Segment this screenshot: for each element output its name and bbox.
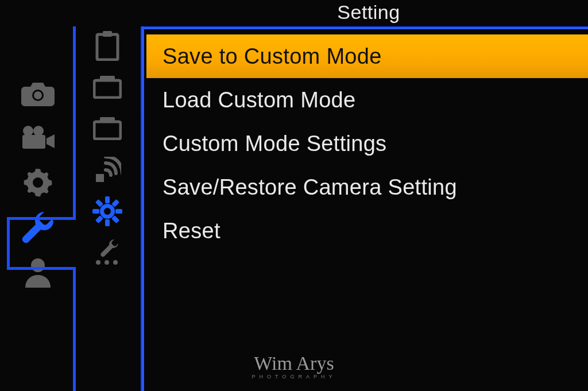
secondary-tab-wrench-sub[interactable]: [92, 238, 122, 268]
svg-point-3: [33, 126, 44, 136]
svg-point-2: [23, 126, 33, 136]
wrench-dots-icon: [93, 239, 122, 266]
svg-point-25: [105, 260, 109, 265]
menu-item-save-custom-mode[interactable]: Save to Custom Mode: [146, 34, 588, 78]
svg-rect-10: [94, 80, 121, 98]
svg-point-26: [113, 260, 118, 265]
svg-rect-21: [95, 199, 103, 207]
menu-item-label: Reset: [163, 219, 220, 243]
menu-item-label: Load Custom Mode: [163, 88, 355, 113]
primary-tab-camera[interactable]: [22, 77, 54, 109]
watermark: Wim Arys PHOTOGRAPHY: [252, 354, 336, 380]
svg-rect-18: [115, 209, 122, 214]
menu-item-label: Save/Restore Camera Setting: [163, 175, 457, 200]
watermark-sub: PHOTOGRAPHY: [252, 374, 336, 380]
svg-rect-22: [111, 215, 119, 223]
wireless-icon: [94, 157, 121, 183]
secondary-tab-clipboard[interactable]: [92, 31, 122, 61]
menu-item-label: Custom Mode Settings: [163, 131, 386, 156]
panel-divider: [141, 26, 144, 391]
secondary-tab-folder1[interactable]: [92, 72, 122, 102]
folder-icon: [93, 117, 122, 140]
folder-icon: [93, 76, 122, 99]
primary-tab-video[interactable]: [22, 122, 54, 154]
profile-icon: [23, 257, 53, 288]
menu-item-custom-mode-settings[interactable]: Custom Mode Settings: [146, 122, 588, 165]
svg-point-6: [31, 258, 45, 272]
svg-point-23: [104, 208, 111, 215]
secondary-tab-cog[interactable]: [92, 196, 122, 226]
header-divider: [144, 26, 588, 29]
svg-point-5: [33, 177, 43, 188]
svg-rect-4: [22, 135, 45, 149]
primary-tab-profile[interactable]: [22, 256, 54, 288]
menu-item-save-restore-camera-setting[interactable]: Save/Restore Camera Setting: [146, 165, 588, 209]
svg-rect-17: [92, 209, 99, 214]
gear-icon: [22, 167, 53, 198]
clipboard-icon: [95, 31, 120, 61]
svg-rect-12: [94, 122, 121, 139]
menu-title: Setting: [337, 1, 400, 23]
video-camera-icon: [21, 125, 55, 151]
cog-icon: [92, 196, 122, 226]
menu-item-load-custom-mode[interactable]: Load Custom Mode: [146, 78, 588, 122]
camera-icon: [21, 80, 55, 106]
secondary-tab-column: [86, 31, 129, 268]
watermark-main: Wim Arys: [252, 354, 336, 373]
svg-rect-16: [105, 219, 110, 226]
svg-rect-13: [96, 174, 104, 182]
menu-item-label: Save to Custom Mode: [163, 44, 382, 69]
svg-rect-8: [103, 31, 112, 37]
wrench-icon: [21, 210, 55, 245]
svg-rect-7: [97, 34, 118, 60]
svg-rect-19: [111, 199, 119, 207]
svg-point-24: [96, 260, 100, 265]
primary-tab-gear[interactable]: [22, 167, 54, 199]
primary-tab-wrench[interactable]: [22, 211, 54, 243]
primary-tab-column: [7, 77, 69, 288]
svg-point-1: [34, 91, 42, 99]
secondary-tab-wireless[interactable]: [92, 155, 122, 185]
secondary-tab-folder2[interactable]: [92, 114, 122, 144]
menu-list: Save to Custom Mode Load Custom Mode Cus…: [146, 34, 588, 253]
menu-item-reset[interactable]: Reset: [146, 209, 588, 253]
menu-header: Setting: [149, 1, 588, 25]
svg-rect-15: [105, 196, 110, 203]
svg-rect-20: [95, 215, 103, 223]
